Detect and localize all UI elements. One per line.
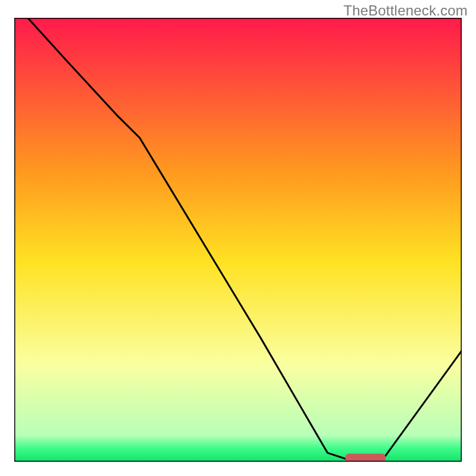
plot-area [14,18,462,462]
bottleneck-chart [0,0,476,476]
gradient-background [14,18,462,462]
watermark-label: TheBottleneck.com [343,2,468,19]
chart-frame: TheBottleneck.com [0,0,476,476]
